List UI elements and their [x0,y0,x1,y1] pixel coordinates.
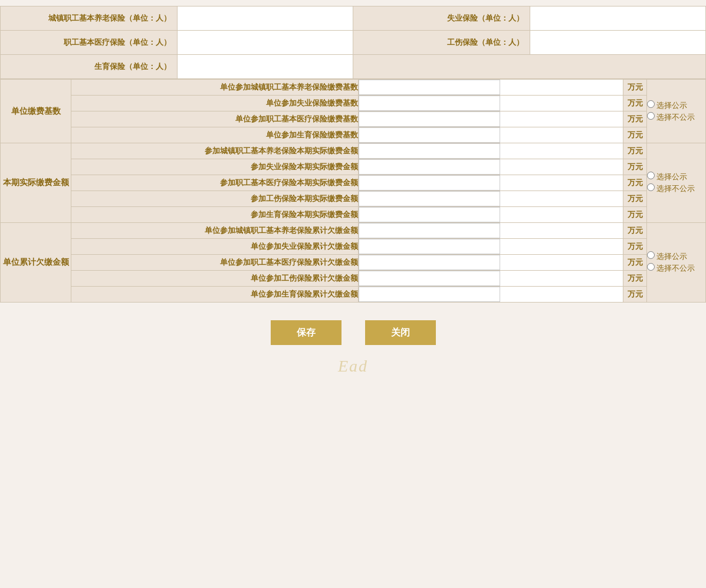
row-label-s2r1: 参加城镇职工基本养老保险本期实际缴费金额 [71,143,359,159]
row-label-s2r3: 参加职工基本医疗保险本期实际缴费金额 [71,175,359,191]
input-s2r1[interactable] [359,143,500,159]
watermark-text: Ead [0,357,706,376]
label-medical-basic: 职工基本医疗保险（单位：人） [1,31,178,55]
row-label-s3r4: 单位参加工伤保险累计欠缴金额 [71,271,359,287]
unit-s3r2: 万元 [623,239,647,255]
input-cell-s1r3 [358,111,623,127]
section-label-1: 单位缴费基数 [1,80,71,143]
radio-s1-show[interactable]: 选择公示 [647,100,705,111]
radio-s1-hide[interactable]: 选择不公示 [647,112,705,123]
input-cell-injury [530,31,706,55]
row-label-s3r5: 单位参加生育保险累计欠缴金额 [71,287,359,303]
main-container: 城镇职工基本养老保险（单位：人） 失业保险（单位：人） 职工基本医疗保险（单位：… [0,0,706,399]
radio-s3-hide-label: 选择不公示 [656,264,695,272]
row-label-s3r2: 单位参加失业保险累计欠缴金额 [71,239,359,255]
input-cell-s2r4 [358,191,623,207]
input-cell-s3r3 [358,255,623,271]
radio-s1-hide-input[interactable] [647,112,655,120]
unit-s3r1: 万元 [623,223,647,239]
unit-s3r3: 万元 [623,255,647,271]
radio-section2: 选择公示 选择不公示 [647,143,706,223]
input-s3r4[interactable] [359,271,500,286]
row-label-s2r4: 参加工伤保险本期实际缴费金额 [71,191,359,207]
save-button[interactable]: 保存 [271,320,341,345]
unit-s1r1: 万元 [623,80,647,96]
input-s2r3[interactable] [359,175,500,190]
input-s1r1[interactable] [359,80,500,95]
input-cell-s2r2 [358,159,623,175]
section-label-2: 本期实际缴费金额 [1,143,71,223]
input-cell-s3r1 [358,223,623,239]
input-s3r1[interactable] [359,223,500,238]
section1-row3: 单位参加职工基本医疗保险缴费基数 万元 [1,111,706,127]
input-injury[interactable] [536,35,700,50]
radio-s2-hide-input[interactable] [647,183,655,191]
unit-s2r1: 万元 [623,143,647,159]
section1-row2: 单位参加失业保险缴费基数 万元 [1,96,706,111]
input-cell-maternity [178,55,353,79]
input-s1r3[interactable] [359,111,500,127]
unit-s1r2: 万元 [623,96,647,111]
section2-row4: 参加工伤保险本期实际缴费金额 万元 [1,191,706,207]
input-cell-s2r3 [358,175,623,191]
section2-row1: 本期实际缴费金额 参加城镇职工基本养老保险本期实际缴费金额 万元 选择公示 选择… [1,143,706,159]
radio-s2-show[interactable]: 选择公示 [647,172,705,182]
input-unemployment[interactable] [536,11,700,26]
section3-row5: 单位参加生育保险累计欠缴金额 万元 [1,287,706,303]
section2-row3: 参加职工基本医疗保险本期实际缴费金额 万元 [1,175,706,191]
input-cell-s3r4 [358,271,623,287]
input-s3r3[interactable] [359,255,500,270]
row-label-s1r4: 单位参加生育保险缴费基数 [71,127,359,143]
row-label-s1r1: 单位参加城镇职工基本养老保险缴费基数 [71,80,359,96]
button-area: 保存 关闭 [0,320,706,345]
input-s2r5[interactable] [359,207,500,222]
input-maternity[interactable] [183,59,347,74]
radio-s3-show-input[interactable] [647,251,655,259]
empty-cell [353,55,706,79]
input-s1r2[interactable] [359,96,500,111]
section3-row1: 单位累计欠缴金额 单位参加城镇职工基本养老保险累计欠缴金额 万元 选择公示 选择… [1,223,706,239]
section2-row5: 参加生育保险本期实际缴费金额 万元 [1,207,706,223]
unit-s2r3: 万元 [623,175,647,191]
radio-s1-hide-label: 选择不公示 [656,113,695,121]
section3-row3: 单位参加职工基本医疗保险累计欠缴金额 万元 [1,255,706,271]
input-medical-basic[interactable] [183,35,347,50]
input-s1r4[interactable] [359,127,500,143]
radio-s3-hide-input[interactable] [647,263,655,271]
input-s3r2[interactable] [359,239,500,254]
radio-s1-show-label: 选择公示 [656,101,687,110]
input-s3r5[interactable] [359,287,500,302]
radio-s3-show[interactable]: 选择公示 [647,251,705,262]
section-label-3: 单位累计欠缴金额 [1,223,71,303]
unit-s3r4: 万元 [623,271,647,287]
radio-s1-show-input[interactable] [647,100,655,108]
row-label-s2r2: 参加失业保险本期实际缴费金额 [71,159,359,175]
close-button[interactable]: 关闭 [365,320,436,345]
input-cell-s2r5 [358,207,623,223]
row-label-s1r2: 单位参加失业保险缴费基数 [71,96,359,111]
radio-section3: 选择公示 选择不公示 [647,223,706,303]
radio-section1: 选择公示 选择不公示 [647,80,706,143]
input-cell-s1r4 [358,127,623,143]
row-label-s2r5: 参加生育保险本期实际缴费金额 [71,207,359,223]
header-row-3: 生育保险（单位：人） [1,55,706,79]
section1-row4: 单位参加生育保险缴费基数 万元 [1,127,706,143]
main-sections-table: 单位缴费基数 单位参加城镇职工基本养老保险缴费基数 万元 选择公示 选择不公示 … [0,79,706,303]
row-label-s1r3: 单位参加职工基本医疗保险缴费基数 [71,111,359,127]
input-s2r4[interactable] [359,191,500,206]
radio-s2-hide[interactable]: 选择不公示 [647,183,705,194]
radio-s2-show-input[interactable] [647,172,655,179]
label-injury: 工伤保险（单位：人） [353,31,530,55]
label-unemployment: 失业保险（单位：人） [353,6,530,31]
label-maternity: 生育保险（单位：人） [1,55,178,79]
label-pension-basic: 城镇职工基本养老保险（单位：人） [1,6,178,31]
input-cell-pension-basic [178,6,353,31]
header-row-1: 城镇职工基本养老保险（单位：人） 失业保险（单位：人） [1,6,706,31]
radio-s2-hide-label: 选择不公示 [656,184,695,193]
radio-s3-hide[interactable]: 选择不公示 [647,263,705,274]
input-pension-basic[interactable] [183,11,347,26]
input-cell-s1r2 [358,96,623,111]
input-s2r2[interactable] [359,159,500,175]
unit-s1r4: 万元 [623,127,647,143]
input-cell-s3r2 [358,239,623,255]
